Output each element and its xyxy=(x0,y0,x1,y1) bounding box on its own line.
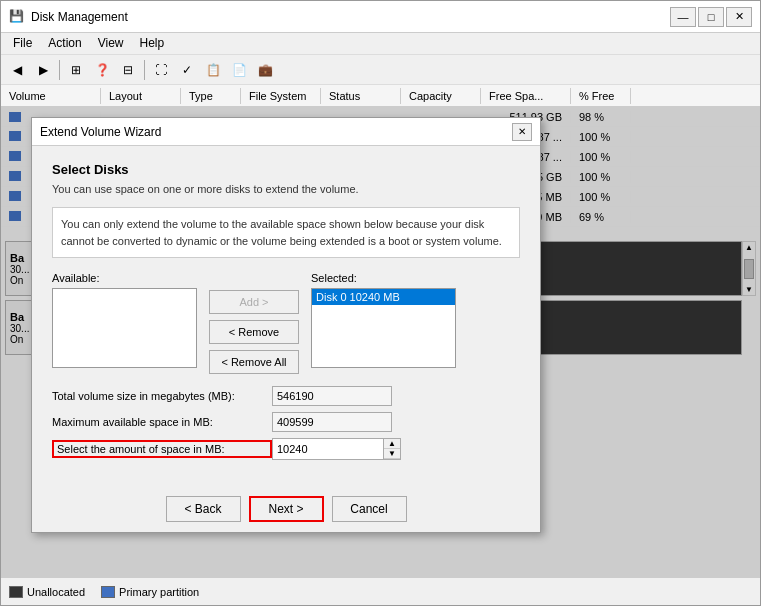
close-button[interactable]: ✕ xyxy=(726,7,752,27)
col-capacity: Capacity xyxy=(401,88,481,104)
col-volume: Volume xyxy=(1,88,101,104)
legend-unallocated: Unallocated xyxy=(9,586,85,598)
next-button[interactable]: Next > xyxy=(249,496,324,522)
app-icon: 💾 xyxy=(9,9,25,25)
col-free-space: Free Spa... xyxy=(481,88,571,104)
menu-help[interactable]: Help xyxy=(132,35,173,52)
title-bar: 💾 Disk Management — □ ✕ xyxy=(1,1,760,33)
back-button[interactable]: < Back xyxy=(166,496,241,522)
legend-unallocated-label: Unallocated xyxy=(27,586,85,598)
max-space-label: Maximum available space in MB: xyxy=(52,416,272,428)
col-layout: Layout xyxy=(101,88,181,104)
separator-1 xyxy=(59,60,60,80)
toolbar-btn-2[interactable]: ❓ xyxy=(90,58,114,82)
dialog-title-bar: Extend Volume Wizard ✕ xyxy=(32,118,540,146)
toolbar-btn-5[interactable]: ✓ xyxy=(175,58,199,82)
legend-primary-box xyxy=(101,586,115,598)
spinner-up[interactable]: ▲ xyxy=(384,439,400,449)
remove-button[interactable]: < Remove xyxy=(209,320,299,344)
legend-unallocated-box xyxy=(9,586,23,598)
selected-disk-item[interactable]: Disk 0 10240 MB xyxy=(312,289,455,305)
menu-action[interactable]: Action xyxy=(40,35,89,52)
col-filesystem: File System xyxy=(241,88,321,104)
toolbar-btn-4[interactable]: ⛶ xyxy=(149,58,173,82)
col-pct-free: % Free xyxy=(571,88,631,104)
back-button[interactable]: ◀ xyxy=(5,58,29,82)
amount-space-row: Select the amount of space in MB: ▲ ▼ xyxy=(52,438,520,460)
remove-all-button[interactable]: < Remove All xyxy=(209,350,299,374)
spinner-buttons: ▲ ▼ xyxy=(383,439,400,459)
toolbar-btn-1[interactable]: ⊞ xyxy=(64,58,88,82)
window-title: Disk Management xyxy=(31,10,670,24)
legend: Unallocated Primary partition xyxy=(1,577,760,605)
main-content: 511.93 GB 98 % 1023.87 ... 100 % xyxy=(1,107,760,577)
menu-view[interactable]: View xyxy=(90,35,132,52)
disk-action-buttons: Add > < Remove < Remove All xyxy=(209,272,299,374)
legend-primary-label: Primary partition xyxy=(119,586,199,598)
amount-space-input[interactable] xyxy=(273,439,383,459)
toolbar-btn-3[interactable]: ⊟ xyxy=(116,58,140,82)
minimize-button[interactable]: — xyxy=(670,7,696,27)
dialog-footer: < Back Next > Cancel xyxy=(32,486,540,532)
dialog-overlay: Extend Volume Wizard ✕ Select Disks You … xyxy=(1,107,760,577)
dialog-title: Extend Volume Wizard xyxy=(40,125,512,139)
available-listbox[interactable] xyxy=(52,288,197,368)
amount-space-label: Select the amount of space in MB: xyxy=(52,440,272,458)
total-volume-row: Total volume size in megabytes (MB): 546… xyxy=(52,386,520,406)
extend-volume-dialog: Extend Volume Wizard ✕ Select Disks You … xyxy=(31,117,541,533)
forward-button[interactable]: ▶ xyxy=(31,58,55,82)
dialog-close-button[interactable]: ✕ xyxy=(512,123,532,141)
max-space-row: Maximum available space in MB: 409599 xyxy=(52,412,520,432)
table-header: Volume Layout Type File System Status Ca… xyxy=(1,85,760,107)
available-column: Available: xyxy=(52,272,197,374)
max-space-value: 409599 xyxy=(272,412,392,432)
amount-space-input-wrapper: ▲ ▼ xyxy=(272,438,401,460)
window-controls: — □ ✕ xyxy=(670,7,752,27)
dialog-warning: You can only extend the volume to the av… xyxy=(52,207,520,258)
toolbar-btn-7[interactable]: 📄 xyxy=(227,58,251,82)
col-type: Type xyxy=(181,88,241,104)
cancel-button[interactable]: Cancel xyxy=(332,496,407,522)
available-label: Available: xyxy=(52,272,197,284)
selected-label: Selected: xyxy=(311,272,456,284)
maximize-button[interactable]: □ xyxy=(698,7,724,27)
spinner-down[interactable]: ▼ xyxy=(384,449,400,459)
add-button[interactable]: Add > xyxy=(209,290,299,314)
main-window: 💾 Disk Management — □ ✕ File Action View… xyxy=(0,0,761,606)
disk-selector: Available: Add > < Remove < Remove All xyxy=(52,272,520,374)
dialog-heading: Select Disks xyxy=(52,162,520,177)
toolbar-btn-6[interactable]: 📋 xyxy=(201,58,225,82)
menu-bar: File Action View Help xyxy=(1,33,760,55)
separator-2 xyxy=(144,60,145,80)
legend-primary-partition: Primary partition xyxy=(101,586,199,598)
total-volume-value: 546190 xyxy=(272,386,392,406)
col-status: Status xyxy=(321,88,401,104)
toolbar-btn-8[interactable]: 💼 xyxy=(253,58,277,82)
toolbar: ◀ ▶ ⊞ ❓ ⊟ ⛶ ✓ 📋 📄 💼 xyxy=(1,55,760,85)
dialog-subtext: You can use space on one or more disks t… xyxy=(52,183,520,195)
total-volume-label: Total volume size in megabytes (MB): xyxy=(52,390,272,402)
selected-listbox[interactable]: Disk 0 10240 MB xyxy=(311,288,456,368)
menu-file[interactable]: File xyxy=(5,35,40,52)
selected-column: Selected: Disk 0 10240 MB xyxy=(311,272,456,374)
dialog-body: Select Disks You can use space on one or… xyxy=(32,146,540,482)
